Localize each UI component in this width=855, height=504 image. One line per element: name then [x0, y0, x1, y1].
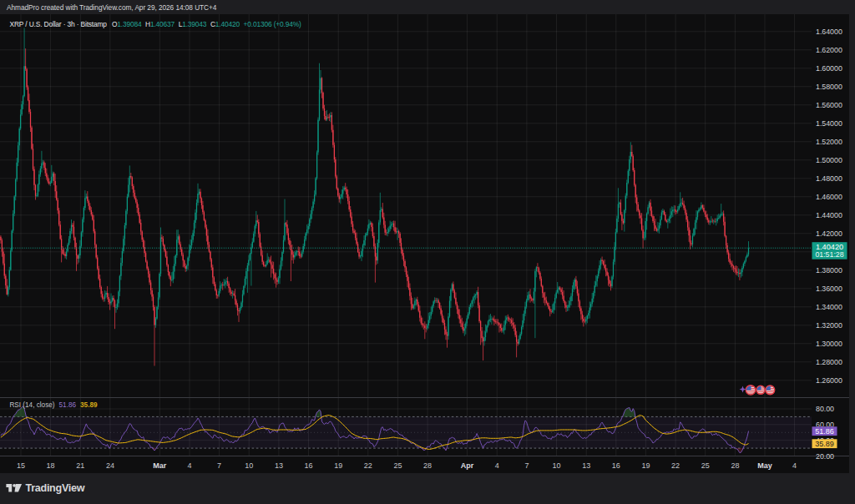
svg-text:4: 4 [792, 461, 797, 470]
svg-text:1.26000: 1.26000 [816, 376, 842, 385]
svg-text:16: 16 [304, 461, 312, 470]
svg-text:10: 10 [245, 461, 253, 470]
svg-text:1.44000: 1.44000 [816, 211, 842, 219]
svg-text:28: 28 [423, 461, 432, 470]
svg-text:1.64000: 1.64000 [816, 28, 842, 36]
svg-text:7: 7 [217, 461, 221, 470]
svg-text:19: 19 [641, 461, 650, 470]
svg-text:22: 22 [364, 461, 372, 470]
svg-text:1.48000: 1.48000 [816, 174, 842, 183]
svg-text:10: 10 [552, 461, 560, 470]
svg-text:7: 7 [524, 461, 529, 470]
svg-text:51.86: 51.86 [815, 427, 834, 436]
svg-text:1.36000: 1.36000 [816, 285, 842, 293]
svg-text:24: 24 [106, 461, 114, 470]
svg-text:1.46000: 1.46000 [816, 193, 842, 201]
svg-text:1.60000: 1.60000 [816, 64, 842, 73]
svg-text:13: 13 [275, 461, 283, 470]
svg-text:1.50000: 1.50000 [816, 156, 842, 164]
svg-text:4: 4 [187, 461, 191, 470]
svg-text:Mar: Mar [153, 461, 167, 470]
svg-text:01:51:28: 01:51:28 [815, 250, 843, 259]
svg-text:1.54000: 1.54000 [816, 119, 842, 128]
svg-text:TradingView: TradingView [26, 482, 85, 494]
svg-text:25: 25 [701, 461, 710, 470]
svg-text:28: 28 [731, 461, 739, 470]
svg-text:AhmadPro created with TradingV: AhmadPro created with TradingView.com, A… [7, 3, 217, 12]
svg-text:1.42000: 1.42000 [816, 229, 842, 238]
svg-text:1.30000: 1.30000 [816, 340, 842, 348]
svg-text:19: 19 [334, 461, 342, 470]
svg-text:May: May [757, 461, 772, 470]
svg-text:1.32000: 1.32000 [816, 321, 842, 330]
svg-text:4: 4 [495, 461, 499, 470]
svg-text:21: 21 [76, 461, 84, 470]
svg-text:35.89: 35.89 [815, 440, 834, 448]
svg-text:13: 13 [582, 461, 590, 470]
svg-text:16: 16 [612, 461, 620, 470]
svg-text:XRP / U.S. Dollar · 3h · Bitst: XRP / U.S. Dollar · 3h · BitstampO1.3908… [10, 20, 302, 28]
svg-text:RSI (14, close)51.8635.89: RSI (14, close)51.8635.89 [9, 401, 98, 409]
svg-text:1.58000: 1.58000 [816, 83, 842, 91]
svg-text:25: 25 [393, 461, 402, 470]
svg-text:1.34000: 1.34000 [816, 303, 842, 311]
svg-text:80.00: 80.00 [816, 405, 834, 413]
svg-text:Apr: Apr [461, 461, 474, 470]
svg-text:18: 18 [47, 461, 55, 470]
svg-text:15: 15 [17, 461, 25, 470]
svg-text:1.62000: 1.62000 [816, 46, 842, 54]
svg-text:1.56000: 1.56000 [816, 101, 842, 109]
svg-text:1.38000: 1.38000 [816, 266, 842, 275]
svg-text:1.28000: 1.28000 [816, 358, 842, 366]
svg-text:1.52000: 1.52000 [816, 138, 842, 146]
svg-text:22: 22 [671, 461, 680, 470]
svg-text:20.00: 20.00 [816, 452, 834, 461]
